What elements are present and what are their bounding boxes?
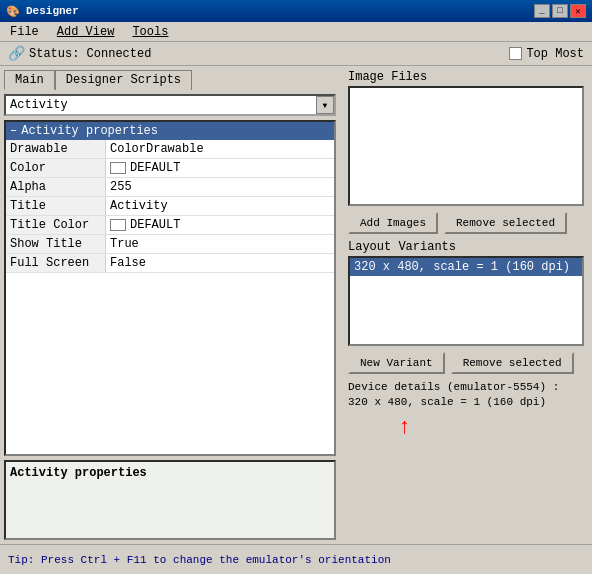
prop-value-color[interactable]: DEFAULT xyxy=(106,159,334,177)
prop-value-show-title[interactable]: True xyxy=(106,235,334,253)
color-swatch-1 xyxy=(110,162,126,174)
tabs: Main Designer Scripts xyxy=(4,70,336,90)
color-swatch-2 xyxy=(110,219,126,231)
prop-value-drawable[interactable]: ColorDrawable xyxy=(106,140,334,158)
prop-name-color: Color xyxy=(6,159,106,177)
connection-icon: 🔗 xyxy=(8,45,25,62)
main-content: Main Designer Scripts Activity ▼ – Activ… xyxy=(0,66,592,544)
prop-name-title: Title xyxy=(6,197,106,215)
prop-name-title-color: Title Color xyxy=(6,216,106,234)
device-details-label: Device details (emulator-5554) : xyxy=(348,380,584,395)
app-title: Designer xyxy=(26,5,79,17)
arrow-indicator-icon: ↑ xyxy=(398,413,584,444)
color-value-text: DEFAULT xyxy=(130,161,180,175)
bottom-info-text: Activity properties xyxy=(10,466,147,480)
prop-name-show-title: Show Title xyxy=(6,235,106,253)
property-group-header: – Activity properties xyxy=(6,122,334,140)
property-table: – Activity properties Drawable ColorDraw… xyxy=(4,120,336,456)
layout-variants-section: Layout Variants 320 x 480, scale = 1 (16… xyxy=(348,240,584,346)
remove-selected-variant-button[interactable]: Remove selected xyxy=(451,352,574,374)
minimize-button[interactable]: _ xyxy=(534,4,550,18)
image-files-label: Image Files xyxy=(348,70,584,84)
prop-row-color: Color DEFAULT xyxy=(6,159,334,178)
tip-text: Tip: Press Ctrl + F11 to change the emul… xyxy=(8,554,391,566)
status-text: Status: Connected xyxy=(29,47,151,61)
prop-row-alpha: Alpha 255 xyxy=(6,178,334,197)
prop-row-title-color: Title Color DEFAULT xyxy=(6,216,334,235)
prop-value-title-color[interactable]: DEFAULT xyxy=(106,216,334,234)
layout-variants-label: Layout Variants xyxy=(348,240,584,254)
image-files-section: Image Files xyxy=(348,70,584,206)
title-bar-controls: _ □ ✕ xyxy=(534,4,586,18)
activity-dropdown[interactable]: Activity xyxy=(4,94,336,116)
menu-tools[interactable]: Tools xyxy=(128,24,172,40)
title-color-value-text: DEFAULT xyxy=(130,218,180,232)
layout-variants-box: 320 x 480, scale = 1 (160 dpi) xyxy=(348,256,584,346)
top-most-wrapper: Top Most xyxy=(509,47,584,61)
status-bar: 🔗 Status: Connected Top Most xyxy=(0,42,592,66)
top-most-checkbox[interactable] xyxy=(509,47,522,60)
close-button[interactable]: ✕ xyxy=(570,4,586,18)
new-variant-button[interactable]: New Variant xyxy=(348,352,445,374)
title-bar: 🎨 Designer _ □ ✕ xyxy=(0,0,592,22)
layout-variant-buttons: New Variant Remove selected xyxy=(348,352,584,374)
prop-name-alpha: Alpha xyxy=(6,178,106,196)
remove-selected-images-button[interactable]: Remove selected xyxy=(444,212,567,234)
prop-row-show-title: Show Title True xyxy=(6,235,334,254)
status-left: 🔗 Status: Connected xyxy=(8,45,151,62)
layout-item[interactable]: 320 x 480, scale = 1 (160 dpi) xyxy=(350,258,582,276)
prop-row-drawable: Drawable ColorDrawable xyxy=(6,140,334,159)
prop-row-title: Title Activity xyxy=(6,197,334,216)
device-details-section: Device details (emulator-5554) : 320 x 4… xyxy=(348,380,584,444)
app-icon: 🎨 xyxy=(6,5,20,18)
device-details-value: 320 x 480, scale = 1 (160 dpi) xyxy=(348,395,584,410)
menu-add-view[interactable]: Add View xyxy=(53,24,119,40)
prop-value-alpha[interactable]: 255 xyxy=(106,178,334,196)
prop-row-full-screen: Full Screen False xyxy=(6,254,334,273)
property-group-title: Activity properties xyxy=(21,124,158,138)
dropdown-arrow-icon: ▼ xyxy=(316,96,334,114)
menu-bar: File Add View Tools xyxy=(0,22,592,42)
prop-name-full-screen: Full Screen xyxy=(6,254,106,272)
right-panel: Image Files Add Images Remove selected L… xyxy=(340,66,592,544)
tab-designer-scripts[interactable]: Designer Scripts xyxy=(55,70,192,90)
add-images-button[interactable]: Add Images xyxy=(348,212,438,234)
top-most-label: Top Most xyxy=(526,47,584,61)
image-files-box xyxy=(348,86,584,206)
status-right: Top Most xyxy=(509,47,584,61)
bottom-info-panel: Activity properties xyxy=(4,460,336,540)
tip-bar: Tip: Press Ctrl + F11 to change the emul… xyxy=(0,544,592,574)
left-panel: Main Designer Scripts Activity ▼ – Activ… xyxy=(0,66,340,544)
prop-value-title[interactable]: Activity xyxy=(106,197,334,215)
menu-file[interactable]: File xyxy=(6,24,43,40)
maximize-button[interactable]: □ xyxy=(552,4,568,18)
activity-dropdown-wrapper: Activity ▼ xyxy=(4,94,336,116)
title-bar-left: 🎨 Designer xyxy=(6,5,79,18)
prop-name-drawable: Drawable xyxy=(6,140,106,158)
prop-value-full-screen[interactable]: False xyxy=(106,254,334,272)
collapse-icon[interactable]: – xyxy=(10,124,17,138)
tab-main[interactable]: Main xyxy=(4,70,55,90)
image-files-buttons: Add Images Remove selected xyxy=(348,212,584,234)
